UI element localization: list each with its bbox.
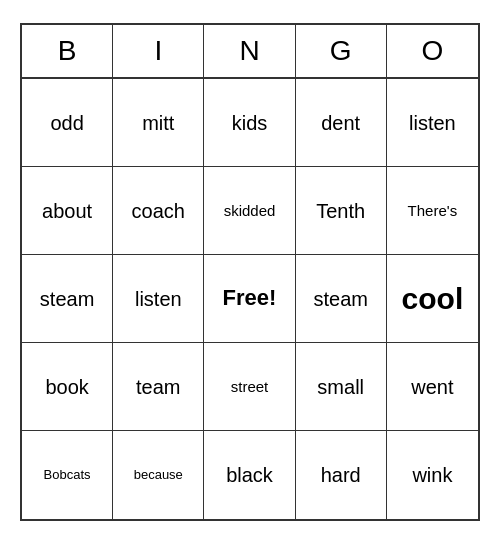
- cell-text: odd: [50, 111, 83, 135]
- cell-text: kids: [232, 111, 268, 135]
- cell-text: Bobcats: [44, 467, 91, 483]
- cell-r4-c0: Bobcats: [22, 431, 113, 519]
- header-letter-o: O: [387, 25, 478, 77]
- cell-r1-c0: about: [22, 167, 113, 255]
- cell-text: listen: [409, 111, 456, 135]
- cell-text: small: [317, 375, 364, 399]
- bingo-header: BINGO: [22, 25, 478, 79]
- cell-r1-c4: There's: [387, 167, 478, 255]
- cell-text: street: [231, 378, 269, 396]
- bingo-grid: oddmittkidsdentlistenaboutcoachskiddedTe…: [22, 79, 478, 519]
- cell-r2-c3: steam: [296, 255, 387, 343]
- cell-text: black: [226, 463, 273, 487]
- cell-r4-c1: because: [113, 431, 204, 519]
- cell-r4-c3: hard: [296, 431, 387, 519]
- cell-r3-c4: went: [387, 343, 478, 431]
- cell-r4-c4: wink: [387, 431, 478, 519]
- cell-r0-c4: listen: [387, 79, 478, 167]
- cell-text: mitt: [142, 111, 174, 135]
- cell-text: because: [134, 467, 183, 483]
- cell-r1-c1: coach: [113, 167, 204, 255]
- cell-text: steam: [313, 287, 367, 311]
- cell-text: book: [45, 375, 88, 399]
- cell-text: dent: [321, 111, 360, 135]
- cell-r1-c3: Tenth: [296, 167, 387, 255]
- cell-text: Tenth: [316, 199, 365, 223]
- cell-text: about: [42, 199, 92, 223]
- cell-text: skidded: [224, 202, 276, 220]
- cell-r2-c1: listen: [113, 255, 204, 343]
- cell-text: wink: [412, 463, 452, 487]
- header-letter-i: I: [113, 25, 204, 77]
- cell-text: steam: [40, 287, 94, 311]
- cell-r0-c1: mitt: [113, 79, 204, 167]
- cell-text: cool: [402, 281, 464, 317]
- header-letter-b: B: [22, 25, 113, 77]
- header-letter-n: N: [204, 25, 295, 77]
- cell-r4-c2: black: [204, 431, 295, 519]
- cell-text: coach: [132, 199, 185, 223]
- cell-r0-c3: dent: [296, 79, 387, 167]
- cell-text: There's: [408, 202, 458, 220]
- cell-text: listen: [135, 287, 182, 311]
- cell-r0-c2: kids: [204, 79, 295, 167]
- cell-r3-c0: book: [22, 343, 113, 431]
- cell-text: went: [411, 375, 453, 399]
- bingo-card: BINGO oddmittkidsdentlistenaboutcoachski…: [20, 23, 480, 521]
- cell-r3-c3: small: [296, 343, 387, 431]
- cell-r2-c2: Free!: [204, 255, 295, 343]
- cell-text: hard: [321, 463, 361, 487]
- cell-r2-c4: cool: [387, 255, 478, 343]
- cell-text: Free!: [223, 285, 277, 311]
- cell-text: team: [136, 375, 180, 399]
- cell-r2-c0: steam: [22, 255, 113, 343]
- cell-r3-c1: team: [113, 343, 204, 431]
- cell-r1-c2: skidded: [204, 167, 295, 255]
- header-letter-g: G: [296, 25, 387, 77]
- cell-r3-c2: street: [204, 343, 295, 431]
- cell-r0-c0: odd: [22, 79, 113, 167]
